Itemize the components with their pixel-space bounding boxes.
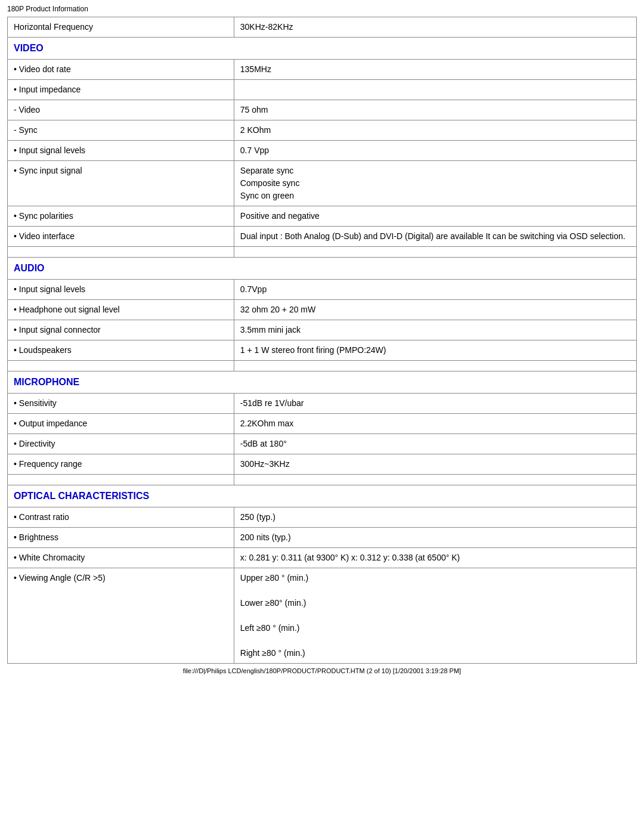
section-header-row: MICROPHONE: [8, 371, 637, 394]
table-row: • Headphone out signal level32 ohm 20 + …: [8, 300, 637, 320]
row-value: 3.5mm mini jack: [234, 320, 636, 340]
row-label: • Input impedance: [8, 80, 234, 100]
section-header-label: OPTICAL CHARACTERISTICS: [8, 485, 637, 507]
section-header-label: MICROPHONE: [8, 371, 637, 394]
table-row: - Sync2 KOhm: [8, 120, 637, 141]
section-header-row: AUDIO: [8, 258, 637, 280]
row-label: • Input signal levels: [8, 280, 234, 300]
table-row: • Input impedance: [8, 80, 637, 100]
table-row: • Directivity-5dB at 180°: [8, 434, 637, 454]
row-label: • Output impedance: [8, 414, 234, 434]
row-value: -51dB re 1V/ubar: [234, 394, 636, 414]
table-row: • Frequency range300Hz~3KHz: [8, 454, 637, 475]
row-label: • Contrast ratio: [8, 507, 234, 528]
page-header: 180P Product Information: [7, 5, 637, 13]
table-row: • Input signal connector3.5mm mini jack: [8, 320, 637, 340]
table-row: • Sync polaritiesPositive and negative: [8, 206, 637, 227]
row-value: 30KHz-82KHz: [234, 17, 636, 38]
table-row: • Viewing Angle (C/R >5)Upper ≥80 ° (min…: [8, 568, 637, 664]
row-label: - Sync: [8, 120, 234, 141]
row-value: Upper ≥80 ° (min.)Lower ≥80° (min.)Left …: [234, 568, 636, 664]
section-header-label: AUDIO: [8, 258, 637, 280]
table-row: • Input signal levels0.7Vpp: [8, 280, 637, 300]
table-row: • White Chromacityx: 0.281 y: 0.311 (at …: [8, 548, 637, 568]
row-label: • Directivity: [8, 434, 234, 454]
row-label: • Viewing Angle (C/R >5): [8, 568, 234, 664]
row-value: -5dB at 180°: [234, 434, 636, 454]
row-label: • Headphone out signal level: [8, 300, 234, 320]
row-label: • Video interface: [8, 227, 234, 247]
table-row: • Input signal levels0.7 Vpp: [8, 141, 637, 161]
row-value: 0.7 Vpp: [234, 141, 636, 161]
row-value: 75 ohm: [234, 100, 636, 120]
empty-row: [8, 247, 637, 258]
row-value: 0.7Vpp: [234, 280, 636, 300]
row-label: • Brightness: [8, 528, 234, 548]
row-value: 32 ohm 20 + 20 mW: [234, 300, 636, 320]
row-label: • Sync polarities: [8, 206, 234, 227]
table-row: - Video75 ohm: [8, 100, 637, 120]
row-value: 2.2KOhm max: [234, 414, 636, 434]
row-value: Dual input : Both Analog (D-Sub) and DVI…: [234, 227, 636, 247]
row-label: • Sensitivity: [8, 394, 234, 414]
row-value: 1 + 1 W stereo front firing (PMPO:24W): [234, 340, 636, 361]
row-value: Separate syncComposite syncSync on green: [234, 161, 636, 206]
row-label: • Input signal connector: [8, 320, 234, 340]
row-label: • Video dot rate: [8, 60, 234, 80]
row-label: - Video: [8, 100, 234, 120]
table-row: • Video dot rate135MHz: [8, 60, 637, 80]
table-row: • Contrast ratio250 (typ.): [8, 507, 637, 528]
row-label: • Loudspeakers: [8, 340, 234, 361]
empty-row: [8, 475, 637, 485]
table-row: • Brightness200 nits (typ.): [8, 528, 637, 548]
row-label: • Sync input signal: [8, 161, 234, 206]
section-header-row: OPTICAL CHARACTERISTICS: [8, 485, 637, 507]
table-row: Horizontal Frequency30KHz-82KHz: [8, 17, 637, 38]
section-header-label: VIDEO: [8, 38, 637, 60]
table-row: • Sensitivity-51dB re 1V/ubar: [8, 394, 637, 414]
section-header-row: VIDEO: [8, 38, 637, 60]
table-row: • Video interfaceDual input : Both Analo…: [8, 227, 637, 247]
row-value: 250 (typ.): [234, 507, 636, 528]
row-label: • Frequency range: [8, 454, 234, 475]
row-label: • Input signal levels: [8, 141, 234, 161]
table-row: • Loudspeakers1 + 1 W stereo front firin…: [8, 340, 637, 361]
row-value: 2 KOhm: [234, 120, 636, 141]
row-value: x: 0.281 y: 0.311 (at 9300° K) x: 0.312 …: [234, 548, 636, 568]
row-label: Horizontal Frequency: [8, 17, 234, 38]
table-row: • Sync input signalSeparate syncComposit…: [8, 161, 637, 206]
page-footer: file:///D|/Philips LCD/english/180P/PROD…: [7, 667, 637, 674]
spec-table: Horizontal Frequency30KHz-82KHzVIDEO• Vi…: [7, 17, 637, 664]
row-value: 200 nits (typ.): [234, 528, 636, 548]
empty-row: [8, 361, 637, 371]
row-value: [234, 80, 636, 100]
table-row: • Output impedance2.2KOhm max: [8, 414, 637, 434]
row-value: 300Hz~3KHz: [234, 454, 636, 475]
row-value: Positive and negative: [234, 206, 636, 227]
row-value: 135MHz: [234, 60, 636, 80]
row-label: • White Chromacity: [8, 548, 234, 568]
